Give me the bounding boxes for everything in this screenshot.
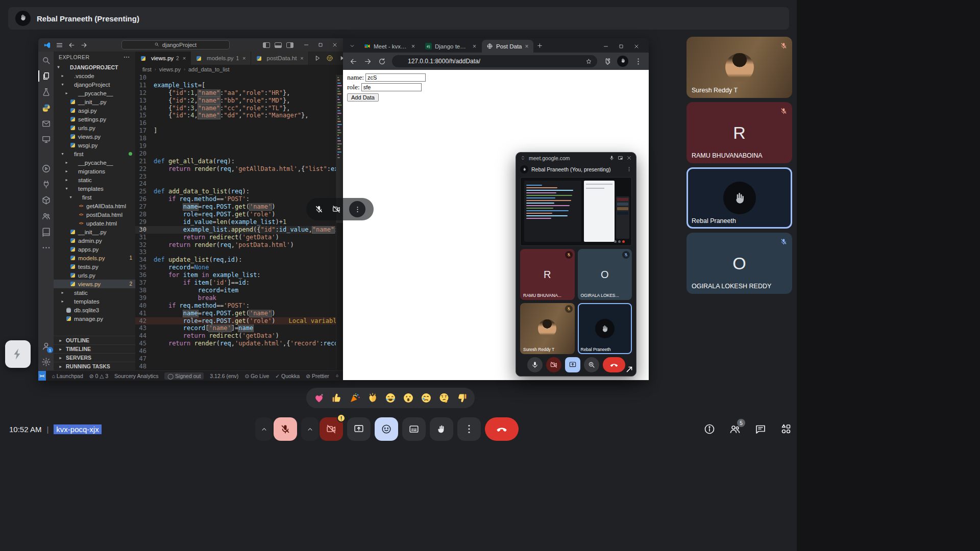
camera-muted-button[interactable] (546, 357, 561, 372)
status-item[interactable]: ◯ Signed out (164, 372, 204, 380)
tree-item-first[interactable]: ▾first (54, 149, 135, 158)
code-line-45[interactable]: 45 return render(req,'update.html',{'rec… (135, 340, 343, 347)
layout-sidebar-icon[interactable] (263, 42, 270, 48)
tree-item-views.py[interactable]: views.py2 (54, 280, 135, 288)
code-line-24[interactable]: 24 (135, 180, 343, 188)
tree-item-apps.py[interactable]: apps.py (54, 245, 135, 254)
participant-tile-ramu-bhuvanaboina[interactable]: RRAMU BHUVANABOINA (687, 102, 792, 163)
tree-item-tests.py[interactable]: tests.py (54, 262, 135, 271)
remote-indicator[interactable]: >< (38, 371, 46, 381)
code-line-17[interactable]: 17] (135, 127, 343, 135)
editor-tab-postData.ht[interactable]: postData.ht× (251, 52, 309, 65)
code-line-15[interactable]: 15 {"id":4,"name":"dd","role":"Manager"}… (135, 112, 343, 119)
minimize-icon[interactable] (303, 42, 309, 48)
tree-item-migrations[interactable]: ▸migrations (54, 167, 135, 176)
camera-off-icon[interactable] (332, 205, 341, 214)
search-icon[interactable] (40, 55, 52, 66)
code-line-42[interactable]: 42 role=req.POST.get('role')Local variab… (135, 317, 343, 325)
code-line-39[interactable]: 39 break (135, 294, 343, 302)
browser-tab-meet-kvx-po[interactable]: Meet - kvx-po× (359, 40, 420, 53)
code-line-40[interactable]: 40 if req.method=='POST': (135, 302, 343, 310)
close-tab-icon[interactable]: × (242, 55, 246, 61)
tree-item-manage.py[interactable]: manage.py (54, 314, 135, 323)
tab-search-icon[interactable] (347, 41, 357, 51)
add-data-button[interactable]: Add Data (347, 93, 379, 102)
run-icon[interactable] (314, 55, 321, 62)
more-icon[interactable] (40, 242, 52, 253)
profile-avatar[interactable] (617, 56, 628, 67)
reaction-wow[interactable] (402, 392, 414, 404)
reaction-joy[interactable] (384, 392, 397, 404)
section-outline[interactable]: ▸OUTLINE (54, 336, 135, 344)
close-tab-icon[interactable]: × (300, 55, 303, 61)
activities-button[interactable] (780, 423, 792, 435)
mic-options-button[interactable] (255, 417, 273, 441)
breadcrumb[interactable]: first › views.py › add_data_to_list (135, 65, 343, 74)
code-line-25[interactable]: 25def add_data_to_list(req): (135, 188, 343, 195)
reaction-thumbs-down[interactable] (456, 392, 468, 404)
camera-muted-button[interactable]: ! (320, 417, 343, 441)
monitor-icon[interactable] (40, 134, 52, 145)
account-icon[interactable]: 1 (40, 340, 52, 352)
reaction-sparkling-heart[interactable] (313, 392, 325, 404)
tree-item-getalldata.html[interactable]: <>getAllData.html (54, 202, 135, 210)
tree-item-templates[interactable]: ▸templates (54, 297, 135, 306)
site-info-icon[interactable] (397, 58, 404, 65)
tree-item-postdata.html[interactable]: <>postData.html (54, 210, 135, 219)
tree-item-urls.py[interactable]: urls.py (54, 123, 135, 132)
tree-item-__init__.py[interactable]: __init__.py (54, 97, 135, 106)
tree-item-.vscode[interactable]: ▸.vscode (54, 71, 135, 80)
mic-icon[interactable] (609, 155, 615, 161)
maximize-icon[interactable] (618, 43, 624, 49)
editor-tab-views.py[interactable]: views.py2× (135, 52, 191, 65)
code-line-37[interactable]: 37 if item['id']==id: (135, 279, 343, 287)
participant-tile-suresh-reddy-t[interactable]: Suresh Reddy T (687, 37, 792, 98)
vscode-search-box[interactable]: djangoProject (121, 40, 230, 49)
tree-item-static[interactable]: ▸static (54, 288, 135, 297)
code-line-29[interactable]: 29 id_value=len(example_list)+1 (135, 218, 343, 226)
participant-tile-rebal-praneeth[interactable]: Rebal Praneeth (687, 167, 792, 229)
code-line-44[interactable]: 44 return redirect('getData') (135, 332, 343, 340)
code-line-43[interactable]: 43 record['name']=name (135, 324, 343, 332)
history-back-icon[interactable] (68, 41, 76, 49)
code-line-33[interactable]: 33 (135, 248, 343, 256)
reaction-thumbs-up[interactable] (331, 392, 343, 404)
maximize-icon[interactable] (317, 42, 324, 48)
pip-self-row[interactable]: Rebal Praneeth (You, presenting) (516, 164, 636, 175)
history-forward-icon[interactable] (80, 41, 88, 49)
code-editor[interactable]: 1011example_list=[12 {"id":1,"name":"aa"… (135, 74, 343, 370)
code-line-10[interactable]: 10 (135, 74, 343, 82)
info-button[interactable] (703, 423, 716, 435)
close-tab-icon[interactable]: × (411, 43, 415, 50)
status-item[interactable]: 3.12.6 (env) (210, 373, 238, 379)
status-item[interactable]: ⊘ Prettier (306, 373, 329, 379)
reaction-cry[interactable] (420, 392, 432, 404)
code-line-23[interactable]: 23 (135, 173, 343, 181)
browser-menu-icon[interactable] (634, 57, 643, 66)
pip-tile-suresh-reddy-t[interactable]: Suresh Reddy T (520, 303, 575, 354)
close-tab-icon[interactable]: × (183, 55, 186, 61)
code-line-30[interactable]: 30 example_list.append({"id":id_value,"n… (135, 226, 343, 234)
code-line-31[interactable]: 31 return redirect('getData') (135, 234, 343, 241)
tree-item-first[interactable]: ▾first (54, 193, 135, 202)
code-line-12[interactable]: 12 {"id":1,"name":"aa","role":"HR"}, (135, 89, 343, 97)
tree-item-admin.py[interactable]: admin.py (54, 236, 135, 245)
present-button[interactable] (565, 357, 580, 372)
camera-options-button[interactable] (301, 417, 318, 441)
code-line-11[interactable]: 11example_list=[ (135, 82, 343, 89)
pip-tile-ogirala-lokes-[interactable]: OOGIRALA LOKES... (578, 249, 632, 300)
mic-button[interactable] (527, 357, 543, 372)
people-icon[interactable] (40, 210, 52, 221)
hamburger-menu-icon[interactable] (56, 41, 63, 49)
code-line-13[interactable]: 13 {"id":2,"name":"bb","role":"MD"}, (135, 97, 343, 105)
browser-forward-icon[interactable] (363, 57, 372, 66)
chat-button[interactable] (754, 423, 767, 435)
code-line-46[interactable]: 46 (135, 347, 343, 355)
tree-item-__pycache__[interactable]: ▸__pycache__ (54, 89, 135, 97)
status-item[interactable]: ⌂ Launchpad (52, 373, 83, 379)
tree-item-__pycache__[interactable]: ▸__pycache__ (54, 158, 135, 167)
address-bar[interactable]: 127.0.0.1:8000/h/addData/ (392, 55, 597, 67)
close-icon[interactable] (633, 43, 640, 49)
code-line-16[interactable]: 16 (135, 119, 343, 127)
captions-button[interactable] (402, 417, 426, 441)
